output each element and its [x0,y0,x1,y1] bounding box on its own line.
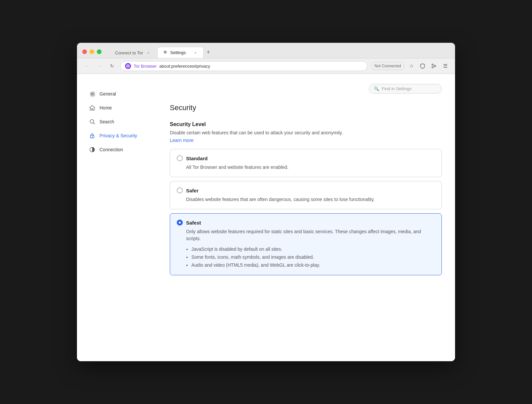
option-safest-header: Safest [177,220,435,226]
svg-line-5 [433,65,434,66]
address-bar[interactable]: Tor Browser about:preferences#privacy [120,61,367,71]
settings-content: 🔍 Security Security Level Disable certai… [157,74,455,361]
option-list-item: JavaScript is disabled by default on all… [191,245,435,253]
option-standard-label: Standard [186,156,208,161]
option-safer-label: Safer [186,188,199,193]
tab-bar: Connect to Tor×Settings× + [107,47,450,58]
learn-more-link[interactable]: Learn more [170,138,194,143]
sidebar-label-privacy: Privacy & Security [100,133,137,138]
find-settings-input-wrapper[interactable]: 🔍 [369,84,442,94]
sidebar-item-privacy[interactable]: Privacy & Security [85,129,151,142]
svg-point-4 [432,67,433,68]
security-level-description: Disable certain web features that can be… [170,130,442,135]
option-safest-label: Safest [186,220,201,226]
option-safer-header: Safer [177,187,435,193]
option-standard-header: Standard [177,155,435,161]
tab-settings[interactable]: Settings× [157,47,204,58]
new-tab-button[interactable]: + [204,47,213,57]
svg-point-2 [432,64,433,65]
lock-icon [89,132,96,139]
svg-point-7 [90,120,94,123]
nav-right-controls: Not Connected ☆ ☰ [371,61,450,71]
section-title: Security [170,103,442,112]
circuit-icon[interactable] [429,61,438,71]
connection-status: Not Connected [371,62,405,70]
find-settings-input[interactable] [382,86,437,91]
tab-icon [163,50,167,55]
svg-point-3 [434,65,436,67]
svg-point-1 [127,65,129,67]
option-safest-card[interactable]: SafestOnly allows website features requi… [170,213,442,275]
svg-line-6 [433,66,434,67]
option-safer-description: Disables website features that are often… [186,196,435,203]
sidebar-label-search: Search [100,119,114,124]
tab-settings-close[interactable]: × [193,50,198,55]
menu-icon[interactable]: ☰ [440,61,450,71]
option-safer-card[interactable]: SaferDisables website features that are … [170,181,442,209]
gear-icon [89,91,96,97]
tab-label: Connect to Tor [115,50,143,55]
window-controls [82,49,101,58]
title-bar: Connect to Tor×Settings× + [77,43,455,58]
option-safer-radio[interactable] [177,187,183,193]
option-standard-card[interactable]: StandardAll Tor Browser and website feat… [170,149,442,177]
home-icon [89,104,96,111]
maximize-button[interactable] [97,49,101,54]
browser-window: Connect to Tor×Settings× + ← → ↻ Tor Bro… [77,43,455,361]
url-display: about:preferences#privacy [159,64,363,69]
option-safest-radio[interactable] [177,220,183,226]
sidebar-item-home[interactable]: Home [85,101,151,114]
sidebar-item-search[interactable]: Search [85,115,151,128]
svg-line-8 [94,123,95,124]
find-in-settings-container: 🔍 [170,84,442,94]
sidebar-label-connection: Connection [100,147,123,152]
bookmark-icon[interactable]: ☆ [407,61,416,71]
option-standard-radio[interactable] [177,155,183,161]
sidebar-item-connection[interactable]: Connection [85,143,151,156]
option-list-item: Some fonts, icons, math symbols, and ima… [191,253,435,261]
sidebar-item-general[interactable]: General [85,87,151,101]
shield-icon[interactable] [418,61,427,71]
nav-bar: ← → ↻ Tor Browser about:preferences#priv… [77,58,455,74]
tor-logo-icon [125,63,131,69]
main-content: GeneralHomeSearchPrivacy & SecurityConne… [77,74,455,361]
tab-label: Settings [170,50,186,55]
option-safest-list: JavaScript is disabled by default on all… [186,245,435,269]
forward-button[interactable]: → [95,61,104,71]
tab-connect-close[interactable]: × [146,50,151,55]
minimize-button[interactable] [90,49,94,54]
option-list-item: Audio and video (HTML5 media), and WebGL… [191,261,435,269]
search-icon: 🔍 [374,86,379,91]
security-level-section: Security Level Disable certain web featu… [170,121,442,275]
close-button[interactable] [82,49,87,54]
sidebar-label-general: General [100,91,116,97]
svg-point-10 [92,136,93,137]
reload-button[interactable]: ↻ [107,61,117,71]
security-level-title: Security Level [170,121,442,127]
tor-brand-label: Tor Browser [134,64,157,69]
circle-half-icon [89,146,96,153]
option-safest-description: Only allows website features required fo… [186,228,435,242]
option-standard-description: All Tor Browser and website features are… [186,164,435,171]
sidebar: GeneralHomeSearchPrivacy & SecurityConne… [77,74,157,361]
back-button[interactable]: ← [82,61,92,71]
tab-connect[interactable]: Connect to Tor× [107,47,157,58]
search-icon [89,118,96,125]
sidebar-label-home: Home [100,105,112,110]
